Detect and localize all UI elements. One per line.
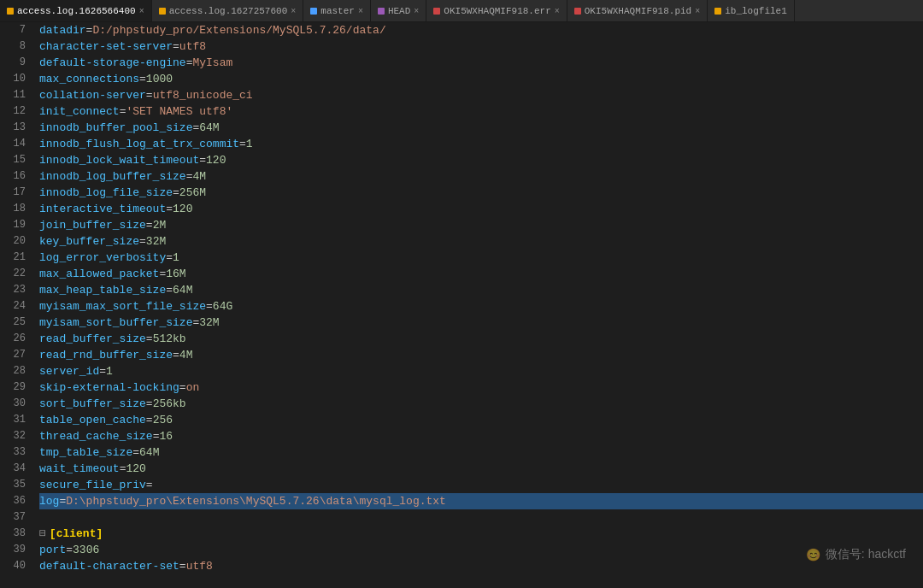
tab-close-button[interactable]: ×: [139, 7, 144, 16]
tab-label: OKI5WXHAQMIF918.err: [444, 6, 550, 16]
config-key: log_error_verbosity: [39, 250, 166, 266]
config-key: innodb_log_buffer_size: [39, 168, 186, 185]
config-equals: =: [120, 461, 126, 477]
config-value: on: [186, 379, 200, 396]
config-key: read_buffer_size: [39, 331, 146, 347]
tab-tab2[interactable]: access.log.1627257600×: [152, 0, 304, 22]
tab-close-button[interactable]: ×: [555, 7, 560, 16]
config-equals: =: [199, 152, 206, 168]
config-equals: =: [173, 185, 179, 201]
tab-bar: access.log.1626566400×access.log.1627257…: [0, 0, 923, 22]
code-line-24: myisam_max_sort_file_size=64G: [39, 298, 923, 315]
tab-close-button[interactable]: ×: [414, 7, 419, 16]
line-number-25: 25: [0, 315, 26, 331]
tab-close-button[interactable]: ×: [695, 7, 700, 16]
line-number-21: 21: [0, 250, 26, 266]
code-line-12: init_connect='SET NAMES utf8': [39, 103, 923, 120]
config-key: max_allowed_packet: [39, 266, 159, 282]
code-line-25: myisam_sort_buffer_size=32M: [39, 315, 923, 331]
line-number-16: 16: [0, 168, 26, 185]
code-line-16: innodb_log_buffer_size=4M: [39, 168, 923, 185]
config-key: init_connect: [39, 103, 120, 120]
watermark-text: 微信号: hackctf: [826, 547, 906, 562]
code-line-11: collation-server=utf8_unicode_ci: [39, 87, 923, 103]
config-value: 1: [246, 136, 253, 152]
config-key: myisam_max_sort_file_size: [39, 298, 206, 315]
config-equals: =: [86, 22, 93, 38]
code-line-9: default-storage-engine=MyIsam: [39, 55, 923, 71]
config-equals: =: [146, 331, 153, 347]
tab-label: OKI5WXHAQMIF918.pid: [585, 6, 691, 16]
line-number-35: 35: [0, 477, 26, 493]
tab-icon-orange: [7, 8, 14, 15]
config-equals: =: [166, 250, 173, 266]
watermark: 😊 微信号: hackctf: [806, 547, 906, 562]
code-line-26: read_buffer_size=512kb: [39, 331, 923, 347]
config-key: thread_cache_size: [39, 428, 153, 444]
code-line-10: max_connections=1000: [39, 71, 923, 87]
config-value: 32M: [146, 233, 166, 250]
config-equals: =: [66, 542, 73, 558]
config-key: default-storage-engine: [39, 55, 186, 71]
code-line-20: key_buffer_size=32M: [39, 233, 923, 250]
editor-area: 7891011121314151617181920212223242526272…: [0, 22, 923, 588]
config-key: myisam_sort_buffer_size: [39, 315, 192, 331]
code-line-39: port=3306: [39, 542, 923, 558]
line-number-13: 13: [0, 120, 26, 136]
tab-icon-purple: [378, 8, 385, 15]
tab-tab6[interactable]: OKI5WXHAQMIF918.pid×: [567, 0, 708, 22]
line-number-22: 22: [0, 266, 26, 282]
tab-icon-red: [433, 8, 440, 15]
tab-close-button[interactable]: ×: [358, 7, 363, 16]
tab-tab5[interactable]: OKI5WXHAQMIF918.err×: [426, 0, 567, 22]
line-number-9: 9: [0, 55, 26, 71]
config-equals: =: [146, 396, 153, 412]
line-number-23: 23: [0, 282, 26, 298]
tab-close-button[interactable]: ×: [291, 7, 296, 16]
code-line-32: thread_cache_size=16: [39, 428, 923, 444]
config-equals: =: [239, 136, 246, 152]
config-equals: =: [173, 38, 179, 55]
config-value: 64M: [139, 444, 159, 461]
tab-tab1[interactable]: access.log.1626566400×: [0, 0, 152, 22]
code-line-34: wait_timeout=120: [39, 461, 923, 477]
fold-icon: ⊟: [39, 526, 46, 542]
config-equals: =: [159, 266, 166, 282]
line-number-28: 28: [0, 363, 26, 379]
line-number-34: 34: [0, 461, 26, 477]
tab-tab7[interactable]: ib_logfile1: [708, 0, 795, 22]
code-line-15: innodb_lock_wait_timeout=120: [39, 152, 923, 168]
config-value: D:\phpstudy_pro\Extensions\MySQL5.7.26\d…: [66, 493, 446, 509]
line-number-8: 8: [0, 38, 26, 55]
config-value: 32M: [199, 315, 219, 331]
code-line-31: table_open_cache=256: [39, 412, 923, 428]
config-key: key_buffer_size: [39, 233, 139, 250]
config-value: utf8_unicode_ci: [153, 87, 253, 103]
line-number-19: 19: [0, 217, 26, 233]
line-number-17: 17: [0, 185, 26, 201]
line-number-18: 18: [0, 201, 26, 217]
config-value: 120: [126, 461, 145, 477]
config-equals: =: [186, 168, 193, 185]
tab-tab4[interactable]: HEAD×: [371, 0, 426, 22]
line-number-39: 39: [0, 542, 26, 558]
tab-label: access.log.1626566400: [17, 6, 136, 16]
line-number-12: 12: [0, 103, 26, 120]
line-number-10: 10: [0, 71, 26, 87]
tab-tab3[interactable]: master×: [303, 0, 371, 22]
line-numbers: 7891011121314151617181920212223242526272…: [0, 22, 32, 588]
config-value: 64M: [173, 282, 192, 298]
code-line-29: skip-external-locking=on: [39, 379, 923, 396]
config-value: 1: [173, 250, 179, 266]
code-line-14: innodb_flush_log_at_trx_commit=1: [39, 136, 923, 152]
config-equals: =: [120, 103, 126, 120]
code-line-22: max_allowed_packet=16M: [39, 266, 923, 282]
config-value: 2M: [153, 217, 167, 233]
line-number-36: 36: [0, 493, 26, 509]
config-value: 256: [153, 412, 173, 428]
config-equals: =: [146, 217, 153, 233]
config-key: datadir: [39, 22, 86, 38]
config-value: 1000: [146, 71, 173, 87]
config-value: 120: [206, 152, 226, 168]
config-equals: =: [132, 444, 139, 461]
